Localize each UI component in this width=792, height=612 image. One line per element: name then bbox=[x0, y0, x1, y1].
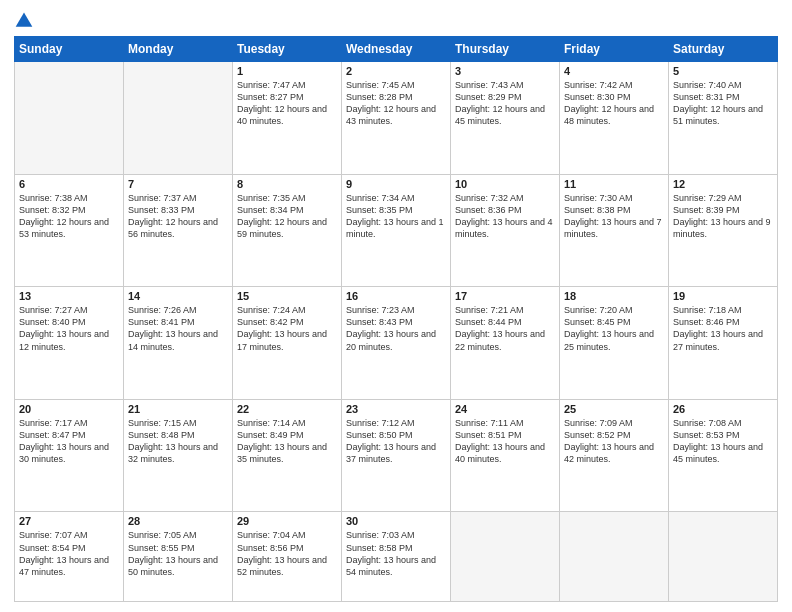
day-detail: Sunrise: 7:07 AM Sunset: 8:54 PM Dayligh… bbox=[19, 529, 119, 578]
day-detail: Sunrise: 7:42 AM Sunset: 8:30 PM Dayligh… bbox=[564, 79, 664, 128]
week-row-3: 13Sunrise: 7:27 AM Sunset: 8:40 PM Dayli… bbox=[15, 287, 778, 400]
day-cell: 26Sunrise: 7:08 AM Sunset: 8:53 PM Dayli… bbox=[669, 399, 778, 512]
calendar: SundayMondayTuesdayWednesdayThursdayFrid… bbox=[14, 36, 778, 602]
week-row-4: 20Sunrise: 7:17 AM Sunset: 8:47 PM Dayli… bbox=[15, 399, 778, 512]
day-detail: Sunrise: 7:29 AM Sunset: 8:39 PM Dayligh… bbox=[673, 192, 773, 241]
day-cell: 19Sunrise: 7:18 AM Sunset: 8:46 PM Dayli… bbox=[669, 287, 778, 400]
day-detail: Sunrise: 7:34 AM Sunset: 8:35 PM Dayligh… bbox=[346, 192, 446, 241]
day-number: 7 bbox=[128, 178, 228, 190]
day-detail: Sunrise: 7:26 AM Sunset: 8:41 PM Dayligh… bbox=[128, 304, 228, 353]
day-cell: 16Sunrise: 7:23 AM Sunset: 8:43 PM Dayli… bbox=[342, 287, 451, 400]
day-detail: Sunrise: 7:24 AM Sunset: 8:42 PM Dayligh… bbox=[237, 304, 337, 353]
logo bbox=[14, 10, 38, 30]
day-detail: Sunrise: 7:45 AM Sunset: 8:28 PM Dayligh… bbox=[346, 79, 446, 128]
day-number: 15 bbox=[237, 290, 337, 302]
col-header-friday: Friday bbox=[560, 37, 669, 62]
day-detail: Sunrise: 7:03 AM Sunset: 8:58 PM Dayligh… bbox=[346, 529, 446, 578]
day-cell: 20Sunrise: 7:17 AM Sunset: 8:47 PM Dayli… bbox=[15, 399, 124, 512]
day-cell: 27Sunrise: 7:07 AM Sunset: 8:54 PM Dayli… bbox=[15, 512, 124, 602]
day-detail: Sunrise: 7:43 AM Sunset: 8:29 PM Dayligh… bbox=[455, 79, 555, 128]
day-detail: Sunrise: 7:35 AM Sunset: 8:34 PM Dayligh… bbox=[237, 192, 337, 241]
day-cell bbox=[451, 512, 560, 602]
day-number: 26 bbox=[673, 403, 773, 415]
col-header-saturday: Saturday bbox=[669, 37, 778, 62]
day-cell: 12Sunrise: 7:29 AM Sunset: 8:39 PM Dayli… bbox=[669, 174, 778, 287]
day-number: 2 bbox=[346, 65, 446, 77]
day-detail: Sunrise: 7:11 AM Sunset: 8:51 PM Dayligh… bbox=[455, 417, 555, 466]
day-number: 17 bbox=[455, 290, 555, 302]
day-detail: Sunrise: 7:05 AM Sunset: 8:55 PM Dayligh… bbox=[128, 529, 228, 578]
day-cell: 29Sunrise: 7:04 AM Sunset: 8:56 PM Dayli… bbox=[233, 512, 342, 602]
col-header-thursday: Thursday bbox=[451, 37, 560, 62]
day-detail: Sunrise: 7:40 AM Sunset: 8:31 PM Dayligh… bbox=[673, 79, 773, 128]
svg-marker-0 bbox=[16, 13, 33, 27]
day-cell: 23Sunrise: 7:12 AM Sunset: 8:50 PM Dayli… bbox=[342, 399, 451, 512]
day-number: 14 bbox=[128, 290, 228, 302]
day-cell: 17Sunrise: 7:21 AM Sunset: 8:44 PM Dayli… bbox=[451, 287, 560, 400]
day-cell: 30Sunrise: 7:03 AM Sunset: 8:58 PM Dayli… bbox=[342, 512, 451, 602]
day-number: 4 bbox=[564, 65, 664, 77]
week-row-2: 6Sunrise: 7:38 AM Sunset: 8:32 PM Daylig… bbox=[15, 174, 778, 287]
day-cell: 5Sunrise: 7:40 AM Sunset: 8:31 PM Daylig… bbox=[669, 62, 778, 175]
header-row: SundayMondayTuesdayWednesdayThursdayFrid… bbox=[15, 37, 778, 62]
day-number: 22 bbox=[237, 403, 337, 415]
day-number: 24 bbox=[455, 403, 555, 415]
day-number: 1 bbox=[237, 65, 337, 77]
day-cell: 2Sunrise: 7:45 AM Sunset: 8:28 PM Daylig… bbox=[342, 62, 451, 175]
logo-icon bbox=[14, 10, 34, 30]
day-cell: 13Sunrise: 7:27 AM Sunset: 8:40 PM Dayli… bbox=[15, 287, 124, 400]
col-header-tuesday: Tuesday bbox=[233, 37, 342, 62]
day-cell: 24Sunrise: 7:11 AM Sunset: 8:51 PM Dayli… bbox=[451, 399, 560, 512]
day-cell: 6Sunrise: 7:38 AM Sunset: 8:32 PM Daylig… bbox=[15, 174, 124, 287]
day-detail: Sunrise: 7:20 AM Sunset: 8:45 PM Dayligh… bbox=[564, 304, 664, 353]
day-detail: Sunrise: 7:14 AM Sunset: 8:49 PM Dayligh… bbox=[237, 417, 337, 466]
day-number: 21 bbox=[128, 403, 228, 415]
col-header-monday: Monday bbox=[124, 37, 233, 62]
day-number: 25 bbox=[564, 403, 664, 415]
day-detail: Sunrise: 7:37 AM Sunset: 8:33 PM Dayligh… bbox=[128, 192, 228, 241]
day-cell: 15Sunrise: 7:24 AM Sunset: 8:42 PM Dayli… bbox=[233, 287, 342, 400]
col-header-sunday: Sunday bbox=[15, 37, 124, 62]
day-number: 8 bbox=[237, 178, 337, 190]
day-detail: Sunrise: 7:27 AM Sunset: 8:40 PM Dayligh… bbox=[19, 304, 119, 353]
header bbox=[14, 10, 778, 30]
day-cell: 4Sunrise: 7:42 AM Sunset: 8:30 PM Daylig… bbox=[560, 62, 669, 175]
day-cell: 7Sunrise: 7:37 AM Sunset: 8:33 PM Daylig… bbox=[124, 174, 233, 287]
day-cell: 10Sunrise: 7:32 AM Sunset: 8:36 PM Dayli… bbox=[451, 174, 560, 287]
day-cell bbox=[124, 62, 233, 175]
day-number: 18 bbox=[564, 290, 664, 302]
day-detail: Sunrise: 7:18 AM Sunset: 8:46 PM Dayligh… bbox=[673, 304, 773, 353]
day-detail: Sunrise: 7:09 AM Sunset: 8:52 PM Dayligh… bbox=[564, 417, 664, 466]
day-number: 30 bbox=[346, 515, 446, 527]
day-cell: 1Sunrise: 7:47 AM Sunset: 8:27 PM Daylig… bbox=[233, 62, 342, 175]
day-cell: 9Sunrise: 7:34 AM Sunset: 8:35 PM Daylig… bbox=[342, 174, 451, 287]
day-cell: 21Sunrise: 7:15 AM Sunset: 8:48 PM Dayli… bbox=[124, 399, 233, 512]
day-number: 20 bbox=[19, 403, 119, 415]
day-number: 27 bbox=[19, 515, 119, 527]
day-detail: Sunrise: 7:08 AM Sunset: 8:53 PM Dayligh… bbox=[673, 417, 773, 466]
day-cell bbox=[560, 512, 669, 602]
week-row-1: 1Sunrise: 7:47 AM Sunset: 8:27 PM Daylig… bbox=[15, 62, 778, 175]
day-number: 5 bbox=[673, 65, 773, 77]
day-cell: 28Sunrise: 7:05 AM Sunset: 8:55 PM Dayli… bbox=[124, 512, 233, 602]
day-detail: Sunrise: 7:04 AM Sunset: 8:56 PM Dayligh… bbox=[237, 529, 337, 578]
day-detail: Sunrise: 7:17 AM Sunset: 8:47 PM Dayligh… bbox=[19, 417, 119, 466]
day-number: 10 bbox=[455, 178, 555, 190]
page: SundayMondayTuesdayWednesdayThursdayFrid… bbox=[0, 0, 792, 612]
day-number: 9 bbox=[346, 178, 446, 190]
day-number: 29 bbox=[237, 515, 337, 527]
day-cell: 18Sunrise: 7:20 AM Sunset: 8:45 PM Dayli… bbox=[560, 287, 669, 400]
day-detail: Sunrise: 7:12 AM Sunset: 8:50 PM Dayligh… bbox=[346, 417, 446, 466]
day-cell: 3Sunrise: 7:43 AM Sunset: 8:29 PM Daylig… bbox=[451, 62, 560, 175]
day-detail: Sunrise: 7:30 AM Sunset: 8:38 PM Dayligh… bbox=[564, 192, 664, 241]
day-number: 19 bbox=[673, 290, 773, 302]
day-number: 23 bbox=[346, 403, 446, 415]
col-header-wednesday: Wednesday bbox=[342, 37, 451, 62]
day-number: 6 bbox=[19, 178, 119, 190]
day-number: 28 bbox=[128, 515, 228, 527]
day-cell: 22Sunrise: 7:14 AM Sunset: 8:49 PM Dayli… bbox=[233, 399, 342, 512]
day-cell: 8Sunrise: 7:35 AM Sunset: 8:34 PM Daylig… bbox=[233, 174, 342, 287]
day-detail: Sunrise: 7:21 AM Sunset: 8:44 PM Dayligh… bbox=[455, 304, 555, 353]
day-detail: Sunrise: 7:23 AM Sunset: 8:43 PM Dayligh… bbox=[346, 304, 446, 353]
day-cell: 11Sunrise: 7:30 AM Sunset: 8:38 PM Dayli… bbox=[560, 174, 669, 287]
